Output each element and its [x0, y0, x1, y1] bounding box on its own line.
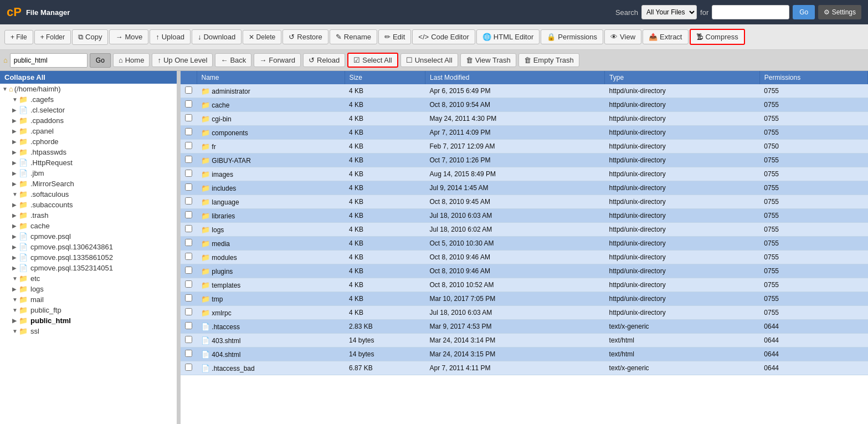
sidebar-item--jbm[interactable]: ▶📄.jbm	[0, 168, 177, 178]
code-editor-button[interactable]: </> Code Editor	[412, 29, 475, 44]
row-name[interactable]: 📁 tmp	[197, 292, 345, 306]
row-name[interactable]: 📁 images	[197, 167, 345, 181]
type-col-header[interactable]: Type	[605, 71, 760, 84]
row-select[interactable]	[181, 181, 197, 195]
row-select[interactable]	[181, 348, 197, 361]
modified-col-header[interactable]: Last Modified	[425, 71, 605, 84]
sidebar-root[interactable]: ▼ ⌂ (/home/haimh)	[0, 84, 177, 94]
sidebar-item-public_html[interactable]: ▶📁public_html	[0, 315, 177, 326]
table-row[interactable]: 📄 .htaccess_bad 6.87 KB Apr 7, 2011 4:11…	[181, 361, 868, 375]
row-name[interactable]: 📁 media	[197, 237, 345, 251]
row-select[interactable]	[181, 292, 197, 306]
row-checkbox[interactable]	[185, 86, 192, 94]
table-row[interactable]: 📁 tmp 4 KB Mar 10, 2017 7:05 PM httpd/un…	[181, 292, 868, 306]
row-name[interactable]: 📁 xmlrpc	[197, 306, 345, 320]
download-button[interactable]: ↓ Download	[192, 29, 242, 44]
row-checkbox[interactable]	[185, 197, 192, 205]
table-row[interactable]: 📁 fr 4 KB Feb 7, 2017 12:09 AM httpd/uni…	[181, 140, 868, 154]
sidebar-item--MirrorSearch[interactable]: ▶📁.MirrorSearch	[0, 178, 177, 189]
sidebar-item-public_ftp[interactable]: ▼📁public_ftp	[0, 305, 177, 315]
table-row[interactable]: 📁 components 4 KB Apr 7, 2011 4:09 PM ht…	[181, 126, 868, 140]
sidebar-item--cpaddons[interactable]: ▶📁.cpaddons	[0, 115, 177, 126]
row-name[interactable]: 📁 cache	[197, 98, 345, 112]
row-checkbox[interactable]	[185, 294, 192, 302]
row-select[interactable]	[181, 84, 197, 98]
row-select[interactable]	[181, 167, 197, 181]
sidebar-item--cpanel[interactable]: ▶📁.cpanel	[0, 126, 177, 136]
row-select[interactable]	[181, 195, 197, 209]
up-one-level-button[interactable]: ↑ Up One Level	[152, 53, 213, 67]
row-select[interactable]	[181, 334, 197, 348]
table-row[interactable]: 📁 GIBUY-ATAR 4 KB Oct 7, 2010 1:26 PM ht…	[181, 154, 868, 167]
sidebar-item-cpmove-psql-1306243861[interactable]: ▶📄cpmove.psql.1306243861	[0, 242, 177, 252]
collapse-all-button[interactable]: Collapse All	[4, 73, 45, 81]
sidebar-item--htpasswds[interactable]: ▶📁.htpasswds	[0, 147, 177, 157]
table-row[interactable]: 📁 images 4 KB Aug 14, 2015 8:49 PM httpd…	[181, 167, 868, 181]
sidebar-item-cpmove-psql-1335861052[interactable]: ▶📄cpmove.psql.1335861052	[0, 252, 177, 263]
html-editor-button[interactable]: 🌐 HTML Editor	[476, 29, 540, 44]
row-name[interactable]: 📄 .htaccess	[197, 320, 345, 334]
row-checkbox[interactable]	[185, 280, 192, 288]
table-row[interactable]: 📄 403.shtml 14 bytes Mar 24, 2014 3:14 P…	[181, 334, 868, 348]
empty-trash-button[interactable]: 🗑 Empty Trash	[518, 53, 579, 67]
row-checkbox[interactable]	[185, 308, 192, 315]
view-button[interactable]: 👁 View	[604, 29, 641, 44]
home-button[interactable]: ⌂ Home	[113, 53, 150, 67]
table-row[interactable]: 📁 logs 4 KB Jul 18, 2010 6:02 AM httpd/u…	[181, 223, 868, 237]
row-checkbox[interactable]	[185, 364, 192, 371]
row-name[interactable]: 📄 404.shtml	[197, 348, 345, 361]
path-input[interactable]	[10, 53, 88, 68]
upload-button[interactable]: ↑ Upload	[150, 29, 191, 44]
new-folder-button[interactable]: + Folder	[34, 30, 71, 44]
sidebar-item--subaccounts[interactable]: ▶📁.subaccounts	[0, 200, 177, 210]
reload-button[interactable]: ↺ Reload	[303, 53, 345, 67]
row-checkbox[interactable]	[185, 239, 192, 246]
row-name[interactable]: 📁 fr	[197, 140, 345, 154]
sidebar-item--cphorde[interactable]: ▶📁.cphorde	[0, 136, 177, 147]
sidebar-item-mail[interactable]: ▼📁mail	[0, 294, 177, 305]
row-checkbox[interactable]	[185, 156, 192, 163]
extract-button[interactable]: 📤 Extract	[643, 29, 688, 44]
sidebar-item--cagefs[interactable]: ▼📁.cagefs	[0, 94, 177, 105]
row-select[interactable]	[181, 154, 197, 167]
sidebar-item-cache[interactable]: ▶📁cache	[0, 221, 177, 231]
back-button[interactable]: ← Back	[215, 53, 251, 67]
row-checkbox[interactable]	[185, 170, 192, 177]
name-col-header[interactable]: Name	[197, 71, 345, 84]
row-checkbox[interactable]	[185, 114, 192, 121]
permissions-button[interactable]: 🔒 Permissions	[541, 29, 603, 44]
copy-button[interactable]: ⧉ Copy	[72, 29, 108, 45]
move-button[interactable]: → Move	[109, 29, 148, 44]
table-row[interactable]: 📁 media 4 KB Oct 5, 2010 10:30 AM httpd/…	[181, 237, 868, 251]
table-row[interactable]: 📁 administrator 4 KB Apr 6, 2015 6:49 PM…	[181, 84, 868, 98]
search-scope-select[interactable]: All Your Files	[641, 5, 697, 19]
row-name[interactable]: 📁 libraries	[197, 209, 345, 223]
row-name[interactable]: 📁 includes	[197, 181, 345, 195]
sidebar-item--trash[interactable]: ▶📁.trash	[0, 210, 177, 221]
table-row[interactable]: 📁 includes 4 KB Jul 9, 2014 1:45 AM http…	[181, 181, 868, 195]
row-select[interactable]	[181, 126, 197, 140]
row-checkbox[interactable]	[185, 225, 192, 232]
size-col-header[interactable]: Size	[345, 71, 425, 84]
sidebar-item-cpmove-psql-1352314051[interactable]: ▶📄cpmove.psql.1352314051	[0, 263, 177, 273]
row-name[interactable]: 📁 templates	[197, 278, 345, 292]
row-checkbox[interactable]	[185, 253, 192, 260]
row-checkbox[interactable]	[185, 100, 192, 108]
sidebar-item-etc[interactable]: ▼📁etc	[0, 273, 177, 284]
sidebar-item--HttpRequest[interactable]: ▶📄.HttpRequest	[0, 157, 177, 168]
row-name[interactable]: 📁 logs	[197, 223, 345, 237]
table-row[interactable]: 📄 404.shtml 14 bytes Mar 24, 2014 3:15 P…	[181, 348, 868, 361]
row-select[interactable]	[181, 278, 197, 292]
row-checkbox[interactable]	[185, 267, 192, 274]
row-select[interactable]	[181, 112, 197, 126]
perms-col-header[interactable]: Permissions	[759, 71, 867, 84]
row-select[interactable]	[181, 306, 197, 320]
new-file-button[interactable]: + File	[4, 30, 33, 44]
table-row[interactable]: 📁 cgi-bin 4 KB May 24, 2011 4:30 PM http…	[181, 112, 868, 126]
search-input[interactable]	[712, 5, 789, 19]
row-select[interactable]	[181, 140, 197, 154]
sidebar-item-cpmove-psql[interactable]: ▶📄cpmove.psql	[0, 231, 177, 242]
row-select[interactable]	[181, 320, 197, 334]
path-go-button[interactable]: Go	[90, 53, 111, 68]
row-checkbox[interactable]	[185, 350, 192, 357]
